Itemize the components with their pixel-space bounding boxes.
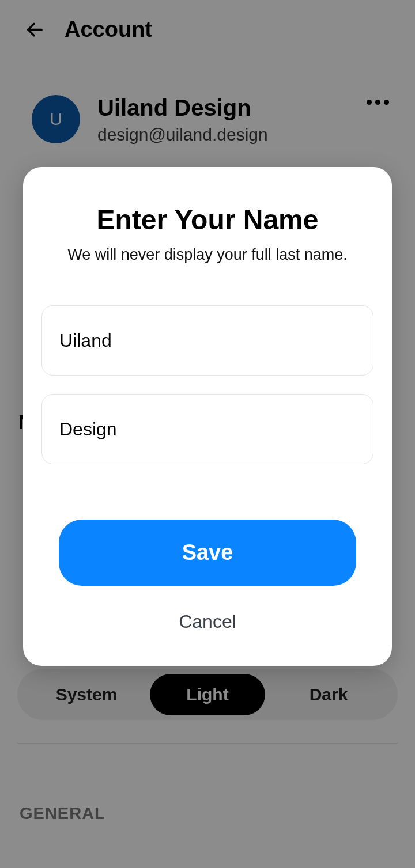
modal-title: Enter Your Name	[42, 204, 373, 236]
last-name-input[interactable]	[42, 394, 373, 464]
enter-name-modal: Enter Your Name We will never display yo…	[23, 167, 392, 666]
save-button[interactable]: Save	[59, 520, 356, 586]
cancel-button[interactable]: Cancel	[42, 611, 373, 632]
modal-inputs	[42, 305, 373, 464]
first-name-input[interactable]	[42, 305, 373, 376]
modal-subtitle: We will never display your full last nam…	[42, 246, 373, 264]
